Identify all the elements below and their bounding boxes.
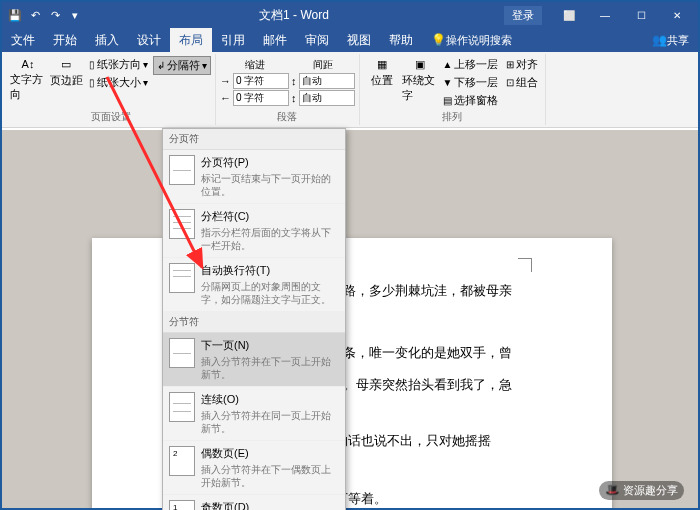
tab-view[interactable]: 视图 [338,28,380,52]
selection-pane-button[interactable]: ▤ 选择窗格 [440,92,502,109]
spacing-before-icon: ↕ [291,75,297,87]
quick-access-toolbar: 💾 ↶ ↷ ▾ [6,6,84,24]
spacing-after-input[interactable] [299,90,355,106]
page-break-icon [169,155,195,185]
spacing-label: 间距 [291,58,355,72]
send-backward-button[interactable]: ▼ 下移一层 [440,74,502,91]
size-button[interactable]: ▯ 纸张大小 ▾ [86,74,151,91]
next-page-icon [169,338,195,368]
wrap-button[interactable]: ▣环绕文字 [402,54,438,109]
document-area: 的路，多少荆棘坑洼，都被母亲 面条，唯一变化的是她双手，曾 茧。母亲突然抬头看到… [2,130,698,508]
orientation-button[interactable]: ▯ 纸张方向 ▾ [86,56,151,73]
window-title: 文档1 - Word [84,7,504,24]
group-page-setup: 页面设置 [10,109,211,125]
continuous-icon [169,392,195,422]
ribbon-tabs: 文件 开始 插入 设计 布局 引用 邮件 审阅 视图 帮助 💡 操作说明搜索 👥… [2,28,698,52]
dropdown-item-text-wrapping[interactable]: 自动换行符(T)分隔网页上的对象周围的文字，如分隔题注文字与正文。 [163,258,345,312]
tab-insert[interactable]: 插入 [86,28,128,52]
indent-label: 缩进 [220,58,289,72]
redo-icon[interactable]: ↷ [46,6,64,24]
title-bar: 💾 ↶ ↷ ▾ 文档1 - Word 登录 ⬜ — ☐ ✕ [2,2,698,28]
tab-design[interactable]: 设计 [128,28,170,52]
indent-right-icon: ← [220,92,231,104]
tell-me[interactable]: 💡 操作说明搜索 [422,28,521,52]
ribbon-options-icon[interactable]: ⬜ [552,3,586,27]
qat-dropdown-icon[interactable]: ▾ [66,6,84,24]
group-arrange: 排列 [364,109,542,125]
dropdown-item-column-break[interactable]: 分栏符(C)指示分栏符后面的文字将从下一栏开始。 [163,204,345,258]
tab-home[interactable]: 开始 [44,28,86,52]
maximize-icon[interactable]: ☐ [624,3,658,27]
tab-layout[interactable]: 布局 [170,28,212,52]
tab-review[interactable]: 审阅 [296,28,338,52]
wrap-icon: ▣ [415,58,425,71]
margins-button[interactable]: ▭ 页边距 [48,54,84,109]
breaks-dropdown: 分页符 分页符(P)标记一页结束与下一页开始的位置。 分栏符(C)指示分栏符后面… [162,128,346,510]
undo-icon[interactable]: ↶ [26,6,44,24]
dropdown-header-section-breaks: 分节符 [163,312,345,333]
dropdown-item-page-break[interactable]: 分页符(P)标记一页结束与下一页开始的位置。 [163,150,345,204]
watermark: 🎩 资源趣分享 [599,481,684,500]
indent-left-input[interactable] [233,73,289,89]
indent-left-icon: → [220,75,231,87]
share-button[interactable]: 👥 共享 [643,33,698,48]
text-wrapping-icon [169,263,195,293]
dropdown-header-page-breaks: 分页符 [163,129,345,150]
group-paragraph: 段落 [220,109,355,125]
dropdown-item-next-page[interactable]: 下一页(N)插入分节符并在下一页上开始新节。 [163,333,345,387]
save-icon[interactable]: 💾 [6,6,24,24]
tab-references[interactable]: 引用 [212,28,254,52]
odd-page-icon: 1 [169,500,195,510]
position-icon: ▦ [377,58,387,71]
even-page-icon: 2 [169,446,195,476]
bring-forward-button[interactable]: ▲ 上移一层 [440,56,502,73]
dropdown-item-odd-page[interactable]: 1 奇数页(D)插入分节符并在下一奇数页上开始新节。 [163,495,345,510]
margin-corner-tr [518,258,532,272]
column-break-icon [169,209,195,239]
login-button[interactable]: 登录 [504,6,542,25]
position-button[interactable]: ▦位置 [364,54,400,109]
dropdown-item-even-page[interactable]: 2 偶数页(E)插入分节符并在下一偶数页上开始新节。 [163,441,345,495]
tab-help[interactable]: 帮助 [380,28,422,52]
spacing-after-icon: ↕ [291,92,297,104]
margins-icon: ▭ [61,58,71,71]
minimize-icon[interactable]: — [588,3,622,27]
spacing-before-input[interactable] [299,73,355,89]
text-direction-icon: A↕ [22,58,35,70]
group-button[interactable]: ⊡ 组合 [503,74,541,91]
ribbon: A↕ 文字方向 ▭ 页边距 ▯ 纸张方向 ▾ ▯ 纸张大小 ▾ ↲ 分隔符 ▾ … [2,52,698,128]
align-button[interactable]: ⊞ 对齐 [503,56,541,73]
tab-file[interactable]: 文件 [2,28,44,52]
tab-mailings[interactable]: 邮件 [254,28,296,52]
indent-right-input[interactable] [233,90,289,106]
text-direction-button[interactable]: A↕ 文字方向 [10,54,46,109]
close-icon[interactable]: ✕ [660,3,694,27]
dropdown-item-continuous[interactable]: 连续(O)插入分节符并在同一页上开始新节。 [163,387,345,441]
breaks-button[interactable]: ↲ 分隔符 ▾ [153,56,211,75]
